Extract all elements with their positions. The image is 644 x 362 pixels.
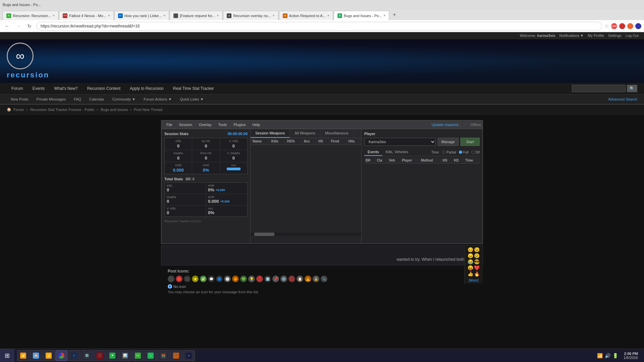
post-icon-1[interactable] (168, 276, 174, 282)
post-icon-12[interactable]: ❓ (256, 276, 263, 282)
full-radio[interactable] (459, 150, 462, 154)
events-tab-events[interactable]: Events (364, 148, 382, 156)
menu-plugins[interactable]: Plugins (230, 121, 249, 128)
emoji-cool[interactable]: 😎 (474, 259, 480, 264)
back-button[interactable]: ← (3, 23, 11, 29)
tab-close-1[interactable]: × (108, 14, 110, 17)
browser-tab-2[interactable]: in How you rank | Linke... × (114, 11, 169, 20)
subnav-forum-actions[interactable]: Forum Actions ▼ (140, 95, 176, 104)
post-icon-3[interactable]: ⬛ (184, 276, 191, 282)
partial-radio[interactable] (442, 150, 445, 154)
post-icon-10[interactable]: 💚 (240, 276, 247, 282)
forward-button[interactable]: → (14, 23, 23, 29)
post-icon-4[interactable]: ⭐ (192, 276, 199, 282)
no-icon-radio[interactable] (168, 284, 172, 289)
settings-link[interactable]: Settings (608, 34, 622, 38)
taskbar-steam[interactable]: S (68, 350, 80, 361)
taskbar-app-4[interactable]: 🎮 (170, 350, 182, 361)
post-icon-2[interactable]: 🔴 (176, 276, 182, 282)
systray-battery[interactable]: 🔋 (612, 353, 618, 358)
post-icon-16[interactable]: 🚫 (288, 276, 295, 282)
notifications-btn[interactable]: Notifications ▼ (559, 34, 584, 38)
breadcrumb-forum[interactable]: Forum (13, 108, 24, 112)
menu-overlay[interactable]: Overlay (196, 121, 215, 128)
extension-icon-1[interactable] (619, 23, 625, 29)
taskbar-folder[interactable]: 📂 (43, 350, 55, 361)
taskbar-calc[interactable]: 🧮 (157, 350, 169, 361)
menu-file[interactable]: File (163, 121, 176, 128)
tab-close-0[interactable]: × (53, 14, 55, 17)
post-icon-14[interactable]: 📌 (272, 276, 279, 282)
player-dropdown[interactable]: Karma3six (364, 138, 436, 146)
taskbar-file-explorer[interactable]: 📁 (17, 350, 29, 361)
weapons-scrollbar-thumb[interactable] (254, 233, 274, 236)
emoji-heart[interactable]: ❤️ (474, 265, 480, 270)
abp-icon[interactable]: ABP (611, 23, 617, 29)
time-full[interactable]: Full (459, 150, 469, 154)
weapons-tab-session[interactable]: Session Weapons (251, 129, 290, 138)
emoji-smile[interactable]: 😊 (468, 247, 473, 252)
nav-search-input[interactable] (572, 85, 626, 92)
events-tab-kills-vehicles[interactable]: Kills, Vehicles (382, 148, 412, 156)
post-icon-5[interactable]: ✅ (200, 276, 207, 282)
new-tab-button[interactable]: + (390, 10, 399, 20)
taskbar-app-2[interactable]: ✚ (106, 350, 118, 361)
update-required-link[interactable]: Update required... (432, 123, 461, 127)
manage-button[interactable]: Manage (438, 138, 459, 146)
no-icon-option[interactable]: No icon (168, 284, 476, 289)
tab-close-5[interactable]: × (327, 14, 329, 17)
browser-tab-4[interactable]: ∞ Recursion overlay no... × (223, 11, 278, 20)
taskbar-spotify[interactable]: ♪ (145, 350, 157, 361)
taskbar-itunes[interactable]: 🎵 (94, 350, 106, 361)
extension-icon-2[interactable] (627, 23, 633, 29)
post-icon-8[interactable]: ⚪ (224, 276, 231, 282)
time-dif[interactable]: Dif (471, 150, 480, 154)
subnav-faq[interactable]: FAQ (70, 95, 85, 104)
dif-radio[interactable] (471, 150, 475, 154)
nav-recursion-content[interactable]: Recursion Content (83, 83, 125, 94)
advanced-search-link[interactable]: Advanced Search (608, 95, 637, 104)
taskbar-app-3[interactable]: 📊 (119, 350, 131, 361)
taskbar-clock[interactable]: 2:06 PM 1/6/2016 (621, 352, 641, 360)
breadcrumb-stat-tracker[interactable]: Recursion Stat Tracker Forums - Public (30, 108, 95, 112)
my-profile-link[interactable]: My Profile (588, 34, 604, 38)
start-button-taskbar[interactable]: ⊞ (0, 349, 14, 362)
emoji-tongue[interactable]: 😛 (468, 265, 473, 270)
post-icon-6[interactable]: 💬 (208, 276, 215, 282)
browser-tab-3[interactable]: S [Feature request for... × (170, 11, 222, 20)
browser-tab-6[interactable]: B Bugs and Issues - Po... × (334, 11, 389, 20)
weapons-scrollbar[interactable] (251, 232, 361, 236)
reload-button[interactable]: ↻ (25, 23, 34, 29)
weapons-tab-misc[interactable]: Miscellaneous (320, 129, 354, 138)
breadcrumb-bugs-issues[interactable]: Bugs and Issues (101, 108, 128, 112)
taskbar-app-1[interactable]: ⚙️ (81, 350, 93, 361)
browser-tab-1[interactable]: F4 Fallout 4 Nexus - Mo... × (59, 11, 114, 20)
emoji-fire[interactable]: 🔥 (474, 271, 480, 277)
post-icon-7[interactable]: 🔵 (216, 276, 223, 282)
post-icon-9[interactable]: 🔶 (232, 276, 239, 282)
browser-tab-0[interactable]: R Recursion: Recursion... × (3, 11, 58, 20)
post-icon-13[interactable]: ℹ️ (264, 276, 271, 282)
subnav-community[interactable]: Community ▼ (108, 95, 140, 104)
post-icon-20[interactable]: 📎 (321, 276, 327, 282)
post-icon-18[interactable]: ⚠️ (305, 276, 311, 282)
tab-close-6[interactable]: × (384, 14, 386, 17)
emoji-angry[interactable]: 😠 (468, 253, 473, 258)
url-bar[interactable] (36, 22, 602, 31)
taskbar-chrome[interactable] (55, 350, 67, 361)
emoji-laugh[interactable]: 😂 (468, 259, 473, 264)
emoji-wink[interactable]: 😉 (474, 247, 480, 252)
logout-link[interactable]: Log Out (626, 34, 639, 38)
menu-session[interactable]: Session (176, 121, 196, 128)
post-icon-19[interactable]: 🔒 (313, 276, 319, 282)
extension-icon-3[interactable] (635, 23, 641, 29)
post-icon-17[interactable]: 📋 (297, 276, 303, 282)
browser-tab-5[interactable]: M Action Required to A... × (279, 11, 333, 20)
more-link[interactable]: [More] (469, 279, 478, 282)
taskbar-nvidia[interactable]: nV (132, 350, 144, 361)
menu-help[interactable]: Help (249, 121, 264, 128)
menu-tools[interactable]: Tools (215, 121, 230, 128)
emoji-thumbs[interactable]: 👍 (468, 271, 473, 277)
post-icon-15[interactable]: ⚙️ (280, 276, 287, 282)
subnav-quick-links[interactable]: Quick Links ▼ (176, 95, 208, 104)
